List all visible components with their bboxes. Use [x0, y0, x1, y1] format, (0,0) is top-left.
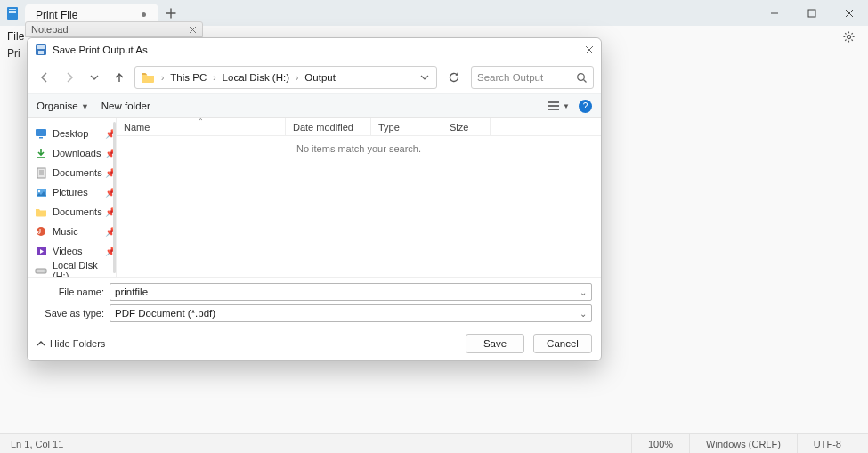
filename-label: File name:: [37, 287, 104, 297]
menu-file[interactable]: File: [7, 30, 24, 43]
line-ending[interactable]: Windows (CRLF): [689, 434, 797, 453]
new-folder-button[interactable]: New folder: [101, 101, 150, 111]
settings-button[interactable]: [842, 30, 856, 44]
refresh-icon: [448, 71, 460, 84]
chevron-right-icon[interactable]: ›: [160, 73, 165, 83]
video-icon: [35, 245, 47, 257]
chevron-right-icon[interactable]: ›: [295, 73, 299, 83]
pin-icon: 📌: [105, 129, 116, 139]
svg-point-5: [847, 35, 850, 38]
sidebar-item-local-disk[interactable]: Local Disk (H:): [35, 261, 116, 277]
sidebar-item-pictures[interactable]: Pictures📌: [35, 182, 116, 202]
save-button[interactable]: Save: [466, 334, 524, 353]
toolbar: Organise ▼ New folder ▼ ?: [28, 93, 601, 118]
column-type[interactable]: Type: [371, 118, 442, 135]
arrow-left-icon: [38, 71, 51, 84]
filename-value: printfile: [115, 287, 148, 297]
search-box[interactable]: Search Output: [471, 66, 594, 89]
navigation-pane[interactable]: Desktop📌 Downloads📌 Documents📌 Pictures📌…: [28, 118, 117, 277]
sidebar-item-label: Pictures: [53, 187, 88, 198]
chevron-down-icon[interactable]: [420, 73, 429, 82]
folder-icon: [141, 71, 155, 84]
pictures-icon: [35, 186, 47, 198]
svg-rect-7: [37, 45, 45, 49]
desktop-icon: [35, 127, 47, 140]
refresh-button[interactable]: [442, 66, 466, 89]
nav-row: › This PC › Local Disk (H:) › Output Sea…: [28, 61, 601, 93]
breadcrumb-this-pc[interactable]: This PC: [168, 72, 208, 83]
music-icon: [35, 225, 47, 238]
up-button[interactable]: [110, 68, 129, 87]
cancel-button[interactable]: Cancel: [533, 334, 592, 353]
recent-locations-button[interactable]: [85, 68, 104, 87]
folder-icon: [35, 206, 47, 218]
svg-point-9: [578, 73, 585, 80]
sidebar-item-documents[interactable]: Documents📌: [35, 163, 116, 182]
close-icon[interactable]: [189, 26, 197, 34]
dialog-title-bar: Save Print Output As: [28, 38, 601, 61]
file-list[interactable]: Name⌃ Date modified Type Size No items m…: [117, 118, 601, 277]
svg-rect-3: [9, 12, 16, 13]
view-options-button[interactable]: ▼: [548, 101, 570, 111]
chevron-down-icon[interactable]: ⌄: [580, 309, 587, 319]
download-icon: [35, 147, 47, 159]
tab-title: Print File: [36, 9, 77, 21]
filename-input[interactable]: printfile ⌄: [110, 283, 592, 301]
help-button[interactable]: ?: [579, 100, 592, 113]
close-button[interactable]: [831, 0, 868, 26]
savetype-select[interactable]: PDF Document (*.pdf) ⌄: [110, 304, 592, 322]
dialog-close-button[interactable]: [585, 45, 594, 54]
chevron-down-icon[interactable]: ⌄: [580, 287, 587, 297]
zoom-level[interactable]: 100%: [631, 434, 689, 453]
sidebar-item-label: Videos: [53, 246, 82, 256]
sidebar-item-documents-folder[interactable]: Documents📌: [35, 202, 116, 222]
chevron-right-icon[interactable]: ›: [212, 73, 216, 83]
status-bar: Ln 1, Col 11 100% Windows (CRLF) UTF-8: [0, 433, 868, 453]
sidebar-item-music[interactable]: Music📌: [35, 222, 116, 241]
arrow-right-icon: [63, 71, 76, 84]
breadcrumb-output[interactable]: Output: [303, 72, 337, 83]
svg-rect-1: [9, 9, 16, 10]
search-icon: [576, 72, 588, 84]
pin-icon: 📌: [105, 168, 116, 178]
chevron-down-icon: [90, 73, 99, 82]
save-as-dialog: Save Print Output As › This PC › Local D…: [27, 37, 602, 361]
svg-rect-11: [39, 137, 43, 139]
pin-icon: 📌: [105, 247, 116, 256]
pin-icon: 📌: [105, 188, 116, 198]
savetype-value: PDF Document (*.pdf): [115, 308, 215, 319]
forward-button[interactable]: [60, 68, 79, 87]
sidebar-item-label: Local Disk (H:): [53, 260, 107, 277]
encoding[interactable]: UTF-8: [797, 434, 857, 453]
sidebar-item-videos[interactable]: Videos📌: [35, 241, 116, 261]
maximize-button[interactable]: [793, 0, 831, 26]
svg-point-14: [37, 190, 39, 191]
background-tab-label: Notepad: [31, 24, 69, 35]
organise-menu[interactable]: Organise ▼: [37, 101, 89, 111]
app-icon: [0, 0, 25, 26]
address-bar[interactable]: › This PC › Local Disk (H:) › Output: [134, 66, 437, 89]
column-headers: Name⌃ Date modified Type Size: [117, 118, 601, 136]
hide-folders-toggle[interactable]: Hide Folders: [37, 338, 105, 349]
list-view-icon: [548, 101, 560, 111]
dialog-bottom: File name: printfile ⌄ Save as type: PDF…: [28, 277, 601, 360]
column-name[interactable]: Name⌃: [117, 118, 286, 135]
save-icon: [35, 44, 47, 56]
sidebar-item-label: Documents: [53, 167, 102, 178]
savetype-label: Save as type:: [37, 308, 104, 319]
window-controls: [756, 0, 868, 26]
svg-rect-10: [36, 129, 46, 136]
minimize-button[interactable]: [756, 0, 793, 26]
background-notepad-tab[interactable]: Notepad: [25, 21, 203, 37]
sidebar-item-desktop[interactable]: Desktop📌: [35, 124, 116, 143]
column-size[interactable]: Size: [442, 118, 491, 135]
drive-icon: [35, 264, 47, 277]
sidebar-item-label: Music: [53, 226, 78, 237]
gear-icon: [842, 30, 856, 44]
sidebar-item-downloads[interactable]: Downloads📌: [35, 143, 116, 163]
sidebar-item-label: Documents: [53, 206, 102, 217]
column-date[interactable]: Date modified: [286, 118, 371, 135]
back-button[interactable]: [35, 68, 54, 87]
pin-icon: 📌: [105, 149, 116, 158]
breadcrumb-local-disk[interactable]: Local Disk (H:): [221, 72, 291, 83]
